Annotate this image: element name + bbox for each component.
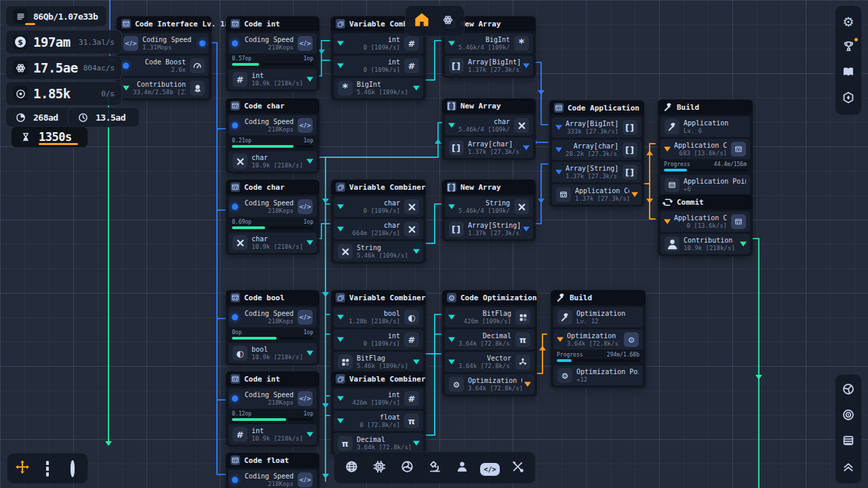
node-title: New Array bbox=[460, 20, 501, 28]
code-char-1[interactable]: Code char Coding Speed 218Kops</> 0.21op… bbox=[226, 98, 319, 174]
node-title: Variable Combiner bbox=[349, 183, 426, 192]
output-port bbox=[523, 227, 530, 232]
journal-button[interactable] bbox=[838, 63, 859, 83]
gems-button[interactable] bbox=[838, 89, 859, 109]
combine-icon bbox=[336, 182, 345, 192]
node-header: Code int bbox=[226, 16, 319, 31]
commit[interactable]: Commit Application Code 0 [13.6k/s] Cont… bbox=[658, 195, 753, 256]
node-title: Code char bbox=[244, 183, 285, 192]
list-icon bbox=[13, 9, 28, 24]
hammer-icon bbox=[557, 310, 572, 325]
output-port bbox=[413, 86, 420, 91]
code-tab[interactable]: </> bbox=[480, 458, 500, 478]
progress-bar: 0op1op bbox=[232, 329, 313, 341]
new-array-string[interactable]: [] New Array String 5.46k/4 [109k/s] [] … bbox=[442, 180, 536, 241]
target2-icon bbox=[842, 409, 854, 424]
code-button-icon[interactable]: </> bbox=[298, 391, 313, 406]
window-icon bbox=[231, 101, 240, 110]
build-application[interactable]: Build Application Lv. 6 Application Code… bbox=[658, 100, 753, 197]
output-port bbox=[524, 382, 531, 387]
input-port bbox=[232, 314, 238, 321]
science-rate: 804ac/s bbox=[83, 64, 115, 73]
variable-combiner-decimal[interactable]: Variable Combiner int 426m [109k/s]# flo… bbox=[331, 371, 426, 455]
variable-combiner-bitflag[interactable]: Variable Combiner bool 1.28b [218k/s]◐ i… bbox=[331, 290, 426, 374]
code-int-1[interactable]: Code int Coding Speed 218Kops</> 0.57op1… bbox=[226, 16, 319, 92]
window-icon bbox=[556, 187, 571, 202]
node-row: * BigInt 5.46k [109k/s] bbox=[334, 78, 423, 98]
node-title: Code Application bbox=[568, 104, 639, 113]
output-port bbox=[307, 432, 313, 437]
node-row: Vector 3.64k [72.8k/s] bbox=[445, 352, 534, 372]
code-int-2[interactable]: Code int Coding Speed 218Kops</> 0.12op1… bbox=[226, 371, 319, 447]
research-button[interactable] bbox=[437, 11, 458, 31]
node-row: Application Code 1.37k [27.3k/s] bbox=[552, 184, 642, 205]
window-icon bbox=[231, 374, 240, 384]
home-button[interactable] bbox=[412, 11, 432, 31]
shutter-button[interactable] bbox=[838, 380, 859, 401]
x-icon bbox=[404, 199, 419, 214]
atom-icon bbox=[13, 60, 28, 75]
input-port bbox=[123, 86, 130, 91]
new-array-char[interactable]: [] New Array char 5.46k/4 [109k/s] [] Ar… bbox=[442, 98, 536, 160]
node-canvas[interactable]: Code Interface Lv. 18 </> Coding Speed 1… bbox=[0, 0, 868, 488]
input-port bbox=[337, 396, 344, 401]
output-port bbox=[740, 242, 747, 247]
code-button-icon[interactable]: </> bbox=[298, 36, 313, 51]
code-button-icon[interactable]: </> bbox=[298, 472, 313, 487]
network-tab[interactable] bbox=[342, 458, 362, 478]
node-header: Variable Combiner bbox=[331, 290, 426, 305]
achievements-button[interactable] bbox=[838, 37, 859, 58]
window-icon[interactable] bbox=[731, 142, 746, 157]
node-row: [] Array[String] 1.37k [27.3k/s] bbox=[445, 219, 533, 239]
code-button-icon[interactable]: </> bbox=[123, 36, 138, 51]
variable-combiner-string[interactable]: Variable Combiner char 0 [109k/s] char 6… bbox=[331, 180, 426, 264]
core-rate: 0/s bbox=[101, 89, 115, 98]
node-header: [] New Array bbox=[442, 180, 536, 195]
tools-tab[interactable] bbox=[507, 458, 528, 478]
code-button-icon[interactable]: </> bbox=[298, 118, 313, 133]
cooling-tab[interactable] bbox=[397, 458, 417, 478]
node-header: ⚙ Code Optimization bbox=[442, 290, 537, 305]
chip2-icon bbox=[373, 460, 386, 476]
code-bool[interactable]: Code bool Coding Speed 218Kops</> 0op1op… bbox=[226, 290, 319, 365]
node-row: [] Array[char] 1.37k [27.3k/s] bbox=[445, 138, 533, 158]
code-char-2[interactable]: Code char Coding Speed 218Kops</> 0.69op… bbox=[226, 180, 319, 255]
lines-value: 86Qb/1.07e33b bbox=[33, 12, 98, 22]
code-optimization[interactable]: ⚙ Code Optimization BitFlag 426m [109k/s… bbox=[442, 290, 537, 396]
input-port bbox=[448, 41, 455, 46]
select-button[interactable] bbox=[37, 458, 58, 479]
code-application[interactable]: Code Application Array[BigInt] 333k [27.… bbox=[549, 100, 644, 207]
settings-button[interactable]: ⚙ bbox=[838, 12, 859, 32]
research-tab[interactable] bbox=[425, 458, 445, 478]
recenter-button[interactable] bbox=[62, 458, 83, 479]
input-port bbox=[232, 123, 238, 129]
input-port bbox=[337, 205, 344, 209]
node-row: Application Code 0 [13.6k/s] bbox=[660, 211, 750, 232]
node-title: Commit bbox=[677, 198, 704, 207]
code-interface[interactable]: Code Interface Lv. 18 </> Coding Speed 1… bbox=[117, 16, 212, 100]
build-optimization[interactable]: Build Optimization Lv. 12 Optimization C… bbox=[551, 290, 646, 388]
output-port bbox=[307, 77, 313, 82]
node-row: Application Lv. 6 bbox=[660, 117, 750, 137]
lines-progress bbox=[25, 23, 35, 25]
log-button[interactable] bbox=[838, 432, 859, 452]
brackets-icon: [] bbox=[623, 120, 637, 135]
code-button-icon[interactable]: </> bbox=[298, 199, 313, 214]
pan-button[interactable] bbox=[12, 458, 33, 479]
output-port bbox=[199, 41, 205, 47]
cog-icon[interactable]: ⚙ bbox=[624, 332, 639, 347]
code-button-icon[interactable]: </> bbox=[298, 310, 313, 325]
collapse-button[interactable] bbox=[838, 458, 859, 478]
pi-icon: π bbox=[404, 413, 419, 428]
hash-icon: # bbox=[404, 58, 419, 73]
medal-icon bbox=[190, 81, 205, 96]
staff-tab[interactable] bbox=[452, 458, 473, 478]
code-float[interactable]: Code float Coding Speed 218Kops</> bbox=[226, 453, 319, 488]
window-icon[interactable] bbox=[731, 214, 746, 229]
focus-button[interactable] bbox=[838, 406, 859, 426]
node-header: Code bool bbox=[226, 290, 319, 305]
hardware-tab[interactable] bbox=[370, 458, 390, 478]
hash-icon: # bbox=[404, 391, 419, 406]
node-title: New Array bbox=[460, 183, 501, 192]
money-rate: 31.3al/s bbox=[79, 38, 115, 47]
